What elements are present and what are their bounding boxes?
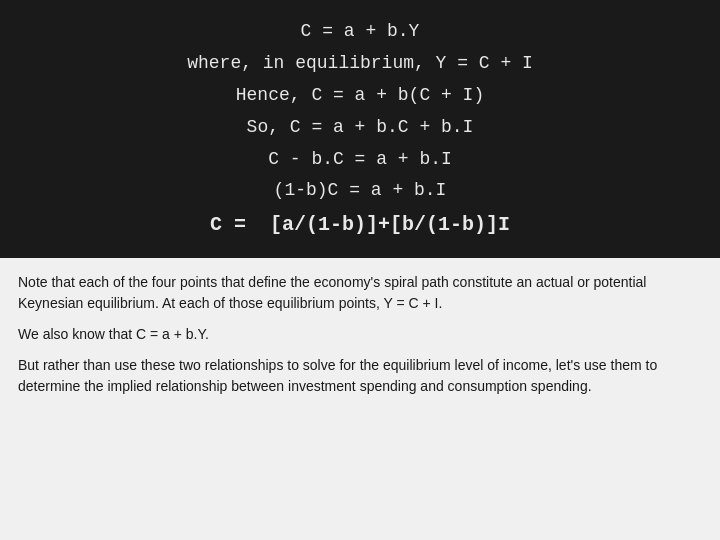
paragraph-2: We also know that C = a + b.Y.: [18, 324, 702, 345]
math-line-2: where, in equilibrium, Y = C + I: [40, 50, 680, 78]
math-line-1: C = a + b.Y: [40, 18, 680, 46]
math-line-4: So, C = a + b.C + b.I: [40, 114, 680, 142]
math-line-3: Hence, C = a + b(C + I): [40, 82, 680, 110]
math-section: C = a + b.Y where, in equilibrium, Y = C…: [0, 0, 720, 258]
paragraph-1: Note that each of the four points that d…: [18, 272, 702, 314]
math-line-7: C = [a/(1-b)]+[b/(1-b)]I: [40, 209, 680, 240]
math-line-6: (1-b)C = a + b.I: [40, 177, 680, 205]
math-line-5: C - b.C = a + b.I: [40, 146, 680, 174]
paragraph-3: But rather than use these two relationsh…: [18, 355, 702, 397]
text-section: Note that each of the four points that d…: [0, 258, 720, 540]
